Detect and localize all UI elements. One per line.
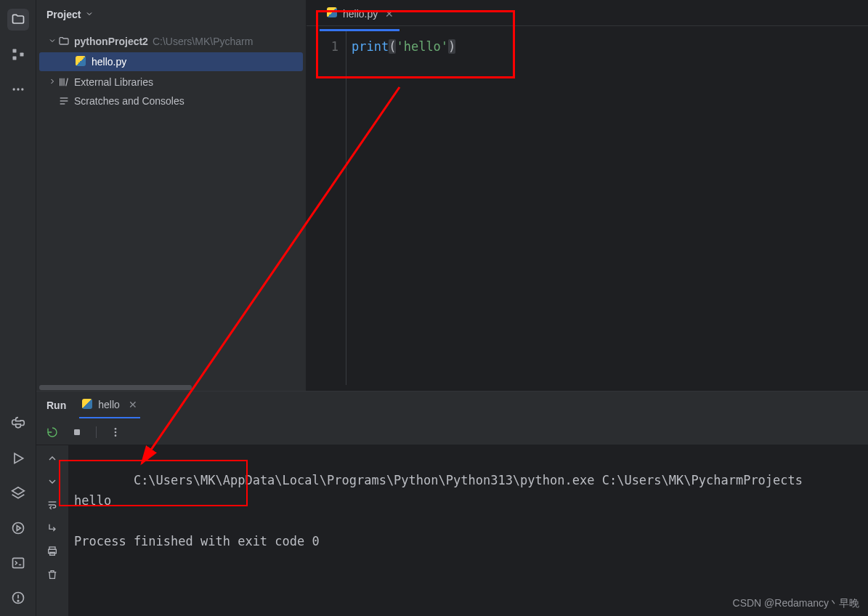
run-tab-label: hello (98, 399, 120, 410)
svg-point-20 (115, 434, 117, 437)
line-number: 1 (318, 39, 338, 54)
project-title: Project (46, 9, 81, 20)
run-icon[interactable] (7, 447, 29, 469)
folder-icon[interactable] (7, 9, 29, 31)
down-arrow-icon[interactable] (45, 474, 60, 489)
trash-icon[interactable] (45, 567, 60, 582)
terminal-icon[interactable] (7, 552, 29, 574)
run-title: Run (46, 400, 66, 411)
library-icon (58, 76, 70, 88)
svg-rect-17 (74, 429, 80, 435)
tree-root[interactable]: pythonProject2 C:\Users\MK\Pycharm (36, 32, 306, 51)
svg-point-13 (17, 600, 19, 601)
scroll-end-icon[interactable] (45, 521, 60, 535)
root-name: pythonProject2 (74, 36, 148, 47)
up-arrow-icon[interactable] (45, 451, 60, 466)
project-scrollbar[interactable] (36, 384, 306, 391)
run-panel: Run hello ✕ (36, 391, 868, 616)
python-file-icon (76, 56, 87, 68)
external-label: External Libraries (74, 76, 153, 88)
svg-point-5 (21, 88, 23, 90)
print-icon[interactable] (45, 544, 60, 559)
annotation-output-box (59, 460, 248, 506)
file-name: hello.py (92, 56, 126, 68)
svg-marker-7 (12, 487, 24, 495)
layers-icon[interactable] (7, 482, 29, 504)
stop-icon[interactable] (70, 425, 84, 439)
python-icon[interactable] (7, 413, 29, 434)
svg-point-19 (115, 431, 117, 433)
indent-guide (346, 29, 346, 385)
run-output[interactable]: C:\Users\MK\AppData\Local\Programs\Pytho… (68, 445, 868, 616)
svg-point-8 (12, 523, 23, 534)
root-path: C:\Users\MK\Pycharm (153, 36, 253, 47)
svg-marker-6 (15, 453, 23, 463)
svg-point-3 (12, 88, 15, 90)
chevron-down-icon (46, 36, 58, 47)
more-actions-icon[interactable] (108, 425, 123, 439)
chevron-down-icon (85, 9, 94, 20)
svg-rect-1 (12, 57, 16, 60)
svg-rect-0 (12, 49, 16, 53)
chevron-right-icon (46, 76, 58, 88)
rerun-icon[interactable] (45, 425, 60, 439)
close-icon[interactable]: ✕ (129, 399, 137, 410)
editor-panel: hello.py ✕ 1 print('hello') (307, 0, 868, 391)
wrap-icon[interactable] (45, 498, 60, 512)
editor-body[interactable]: 1 print('hello') (307, 26, 868, 391)
svg-rect-2 (20, 53, 23, 57)
output-exit: Process finished with exit code 0 (74, 534, 320, 548)
svg-point-4 (17, 88, 19, 90)
services-icon[interactable] (7, 517, 29, 539)
structure-icon[interactable] (7, 44, 29, 65)
run-tab-hello[interactable]: hello ✕ (79, 393, 140, 418)
tree-scratches[interactable]: Scratches and Consoles (36, 92, 306, 110)
watermark: CSDN @Redamancy丶早晚 (733, 597, 859, 610)
scratches-icon (58, 95, 70, 107)
svg-rect-10 (12, 558, 23, 567)
svg-point-18 (115, 428, 117, 430)
scratches-label: Scratches and Consoles (74, 95, 184, 107)
tree-external[interactable]: External Libraries (36, 73, 306, 92)
more-icon[interactable] (7, 78, 29, 100)
annotation-code-box: 1 print('hello') (316, 10, 515, 78)
svg-marker-9 (17, 526, 20, 531)
code-content: print('hello') (352, 39, 455, 54)
tree-file-hello[interactable]: hello.py (39, 52, 303, 71)
problems-icon[interactable] (7, 587, 29, 609)
folder-icon (58, 36, 70, 47)
project-header[interactable]: Project (36, 0, 306, 29)
python-file-icon (82, 399, 94, 411)
project-panel: Project pythonProject2 C:\Users\MK\Pycha… (36, 0, 307, 391)
